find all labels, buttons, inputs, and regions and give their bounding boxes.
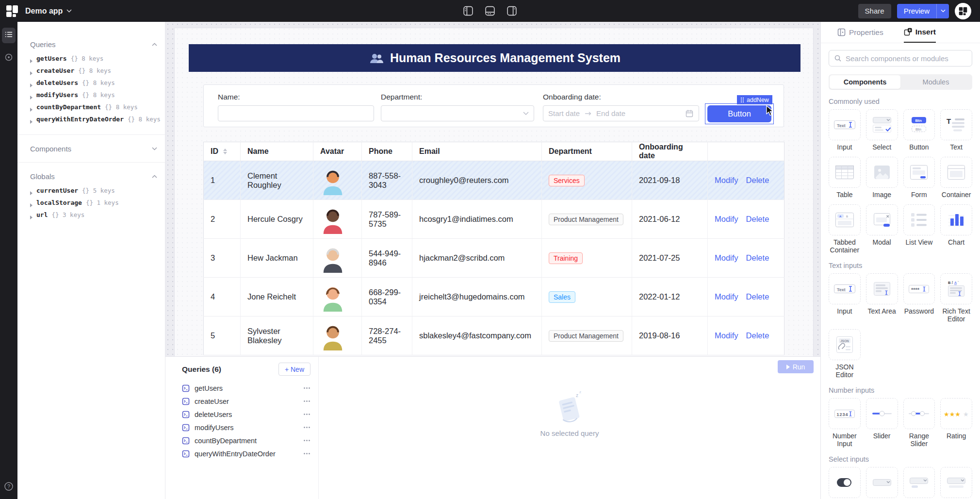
- app-logo[interactable]: [6, 5, 18, 17]
- col-header-onboarding[interactable]: Onboarding date: [632, 142, 708, 161]
- globals-section-header[interactable]: Globals: [30, 169, 157, 183]
- tree-item[interactable]: localStorage{} 1 keys: [30, 199, 157, 211]
- disclosure-icon[interactable]: [30, 59, 33, 63]
- table-row[interactable]: 4 Jone Reichelt 668-299-0354 jreichelt3@…: [204, 278, 784, 316]
- modify-link[interactable]: Modify: [715, 215, 738, 223]
- app-title-banner[interactable]: Human Resources Management System: [189, 44, 800, 72]
- delete-link[interactable]: Delete: [746, 331, 769, 340]
- component-card-image[interactable]: Image: [866, 157, 898, 199]
- more-icon[interactable]: [303, 427, 310, 428]
- selected-component-outline[interactable]: Button: [705, 103, 774, 124]
- add-new-button[interactable]: Button: [707, 105, 771, 122]
- name-input[interactable]: [218, 105, 374, 121]
- modify-link[interactable]: Modify: [715, 331, 738, 340]
- tree-item[interactable]: countByDepartment{} 8 keys: [30, 103, 157, 116]
- query-list-item[interactable]: modifyUsers: [182, 421, 310, 434]
- table-row[interactable]: 2 Hercule Cosgry 787-589-5735 hcosgry1@i…: [204, 200, 784, 239]
- component-card-input[interactable]: Text Input: [829, 109, 861, 151]
- tree-item[interactable]: currentUser{} 5 keys: [30, 187, 157, 199]
- query-list-item[interactable]: countByDepartment: [182, 434, 310, 447]
- preview-button[interactable]: Preview: [897, 4, 949, 18]
- component-card-list-view[interactable]: List View: [903, 204, 935, 254]
- preview-caret[interactable]: [936, 4, 949, 18]
- query-tree-rail-item[interactable]: [2, 28, 16, 43]
- component-card-form[interactable]: Form: [903, 157, 935, 199]
- tab-insert[interactable]: Insert: [904, 22, 936, 43]
- delete-link[interactable]: Delete: [746, 292, 769, 301]
- toggle-bottom-panel-icon[interactable]: [485, 5, 496, 17]
- disclosure-icon[interactable]: [30, 191, 33, 195]
- col-header-phone[interactable]: Phone: [362, 142, 412, 161]
- queries-section-header[interactable]: Queries: [30, 37, 157, 51]
- component-card-modal[interactable]: Modal: [866, 204, 898, 254]
- more-icon[interactable]: [303, 414, 310, 415]
- col-header-department[interactable]: Department: [542, 142, 632, 161]
- table-row[interactable]: 1 Clement Roughley 887-558-3043 croughle…: [204, 161, 784, 200]
- delete-link[interactable]: Delete: [746, 215, 769, 223]
- component-card-rich-text-editor[interactable]: BIA” Rich Text Editor: [940, 273, 972, 323]
- new-query-button[interactable]: + New: [278, 363, 310, 376]
- editor-canvas[interactable]: Human Resources Management System Name: …: [165, 22, 820, 356]
- toggle-left-panel-icon[interactable]: [463, 5, 474, 17]
- component-card-number-input[interactable]: 1234 Number Input: [829, 398, 861, 448]
- account-avatar[interactable]: [955, 3, 971, 19]
- component-card-password[interactable]: **** Password: [903, 273, 935, 323]
- component-card-slider[interactable]: Slider: [866, 398, 898, 448]
- tree-item[interactable]: deleteUsers{} 8 keys: [30, 79, 157, 91]
- component-card-rating[interactable]: ★★★★ Rating: [940, 398, 972, 448]
- app-name[interactable]: Demo app: [25, 7, 72, 16]
- col-header-avatar[interactable]: Avatar: [313, 142, 362, 161]
- table-row[interactable]: 5 Sylvester Blakesley 728-274-2455 sblak…: [204, 316, 784, 355]
- more-icon[interactable]: [303, 400, 310, 402]
- component-card-select-dropdown[interactable]: [866, 467, 898, 499]
- component-card-input[interactable]: Text Input: [829, 273, 861, 323]
- disclosure-icon[interactable]: [30, 108, 33, 112]
- component-card-json-editor[interactable]: JSON JSON Editor: [829, 329, 861, 379]
- component-card-switch[interactable]: [829, 467, 861, 499]
- disclosure-icon[interactable]: [30, 71, 33, 75]
- app-sheet[interactable]: Human Resources Management System Name: …: [175, 28, 813, 356]
- component-card-cascader[interactable]: [940, 467, 972, 499]
- more-icon[interactable]: [303, 453, 310, 454]
- department-select[interactable]: [381, 105, 534, 121]
- toggle-right-panel-icon[interactable]: [506, 5, 518, 17]
- component-card-select[interactable]: Select: [866, 109, 898, 151]
- disclosure-icon[interactable]: [30, 96, 33, 100]
- date-range-picker[interactable]: Start date End date: [543, 105, 699, 121]
- more-icon[interactable]: [303, 440, 310, 441]
- modify-link[interactable]: Modify: [715, 176, 738, 184]
- component-card-button[interactable]: BtnBtn Button: [903, 109, 935, 151]
- disclosure-icon[interactable]: [30, 83, 33, 87]
- tree-item[interactable]: url{} 3 keys: [30, 211, 157, 223]
- component-card-table[interactable]: Table: [829, 157, 861, 199]
- tab-properties[interactable]: Properties: [837, 22, 883, 43]
- datasource-rail-item[interactable]: [4, 53, 13, 64]
- table-row[interactable]: 3 Hew Jackman 544-949-8946 hjackman2@scr…: [204, 239, 784, 278]
- search-input[interactable]: [846, 54, 967, 63]
- components-section-header[interactable]: Components: [30, 142, 157, 155]
- run-query-button[interactable]: Run: [778, 360, 814, 373]
- query-list-item[interactable]: deleteUsers: [182, 408, 310, 421]
- component-search[interactable]: [829, 50, 972, 67]
- share-button[interactable]: Share: [858, 4, 891, 18]
- help-rail-item[interactable]: ?: [4, 482, 14, 493]
- component-card-container[interactable]: Container: [940, 157, 972, 199]
- component-card-text-area[interactable]: Text Area: [866, 273, 898, 323]
- col-header-id[interactable]: ID: [204, 142, 241, 161]
- drag-handle-icon[interactable]: [740, 97, 744, 102]
- tree-item[interactable]: getUsers{} 8 keys: [30, 55, 157, 67]
- col-header-email[interactable]: Email: [412, 142, 542, 161]
- disclosure-icon[interactable]: [30, 216, 33, 219]
- query-list-item[interactable]: createUser: [182, 395, 310, 408]
- employees-table[interactable]: ID Name Avatar Phone Email Department On…: [203, 142, 784, 355]
- delete-link[interactable]: Delete: [746, 253, 769, 262]
- tree-item[interactable]: queryWithEntryDateOrder{} 8 keys: [30, 116, 157, 128]
- tree-item[interactable]: createUser{} 8 keys: [30, 67, 157, 79]
- selection-badge[interactable]: addNew: [737, 95, 772, 104]
- modify-link[interactable]: Modify: [715, 253, 738, 262]
- component-card-multiselect[interactable]: [903, 467, 935, 499]
- component-card-text[interactable]: T Text: [940, 109, 972, 151]
- query-list-item[interactable]: queryWithEntryDateOrder: [182, 447, 310, 460]
- component-card-range-slider[interactable]: Range Slider: [903, 398, 935, 448]
- filter-form[interactable]: Name: Department: Onboarding date: Start…: [203, 84, 784, 127]
